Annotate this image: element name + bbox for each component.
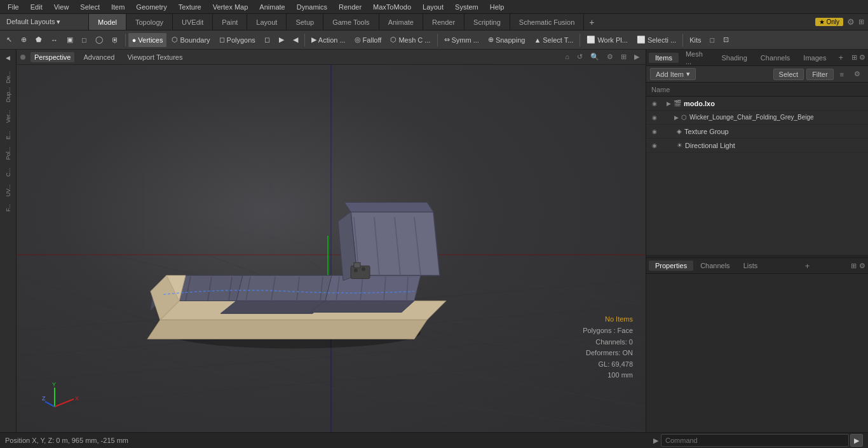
menu-item[interactable]: Item [106, 2, 130, 12]
bottom-panel-settings[interactable]: ⚙ [859, 262, 865, 270]
layout-tab-schematic[interactable]: Schematic Fusion [510, 14, 584, 30]
menu-edit[interactable]: Edit [25, 2, 48, 12]
vp-settings-btn[interactable]: ⚙ [604, 52, 616, 62]
tool-item3[interactable]: ◀ [289, 33, 302, 47]
viewport-tab-perspective[interactable]: Perspective [31, 52, 74, 62]
tool-fullscreen[interactable]: ⊡ [719, 33, 733, 47]
menu-system[interactable]: System [450, 2, 484, 12]
panel-tab-images[interactable]: Images [797, 53, 832, 63]
item-expand-root[interactable]: ▶ [667, 100, 671, 107]
menu-dynamics[interactable]: Dynamics [292, 2, 332, 12]
tool-mesh[interactable]: ⬡ Mesh C ... [386, 33, 434, 47]
panel-expand-icon[interactable]: ⊞ [851, 53, 857, 62]
item-vis-texgrp[interactable]: ◉ [650, 127, 659, 136]
item-expand-mesh[interactable]: ▶ [674, 114, 679, 121]
items-settings-btn[interactable]: ⚙ [850, 69, 864, 79]
tool-action[interactable]: ▶ Action ... [308, 33, 349, 47]
tool-shield[interactable]: ⛨ [108, 33, 123, 47]
panel-tab-add[interactable]: + [833, 51, 848, 64]
layout-tab-gametools[interactable]: Game Tools [323, 14, 379, 30]
tool-arrow[interactable]: ↖ [3, 33, 16, 47]
tool-select[interactable]: ↔ [47, 33, 62, 47]
item-vis-light[interactable]: ◉ [650, 141, 659, 150]
viewport-tab-textures[interactable]: Viewport Textures [123, 52, 186, 62]
menu-file[interactable]: File [3, 2, 24, 12]
menu-vertex-map[interactable]: Vertex Map [208, 2, 254, 12]
menu-select[interactable]: Select [75, 2, 105, 12]
items-select-button[interactable]: Select [773, 69, 804, 80]
tool-circle[interactable]: ◯ [92, 33, 107, 47]
tool-polygons[interactable]: ◻ Polygons [215, 33, 259, 47]
tool-rect[interactable]: ▣ [63, 33, 77, 47]
item-row-light[interactable]: ◉ ☀ Directional Light [646, 139, 868, 153]
viewport[interactable]: Perspective Advanced Viewport Textures ⌂… [17, 50, 646, 432]
star-badge[interactable]: ★ Only [815, 18, 843, 26]
menu-maxtomodo[interactable]: MaxToModo [368, 2, 416, 12]
layout-expand[interactable]: ⊞ [858, 18, 864, 26]
vp-rotate-btn[interactable]: ↺ [574, 52, 585, 62]
item-row-root[interactable]: ◉ ▶ 🎬 modo.lxo [646, 97, 868, 111]
add-item-button[interactable]: Add Item ▾ [650, 68, 696, 80]
tool-snapping[interactable]: ⊕ Snapping [484, 33, 529, 47]
sep3 [437, 34, 438, 46]
panel-tab-channels[interactable]: Channels [754, 53, 796, 63]
tool-rect2[interactable]: □ [78, 33, 90, 47]
bottom-tab-channels[interactable]: Channels [694, 261, 736, 271]
tool-item2[interactable]: ▶ [275, 33, 288, 47]
tool-boundary[interactable]: ⬡ Boundary [168, 33, 214, 47]
layout-tab-render[interactable]: Render [423, 14, 465, 30]
tool-symm[interactable]: ⇔ Symm ... [440, 33, 483, 47]
item-row-texgrp[interactable]: ◉ ◈ Texture Group [646, 125, 868, 139]
vp-zoom-btn[interactable]: 🔍 [588, 52, 602, 62]
bottom-tab-properties[interactable]: Properties [649, 261, 693, 271]
tool-monitor[interactable]: □ [706, 33, 718, 47]
tool-globe[interactable]: ⊕ [17, 33, 31, 47]
item-vis-root[interactable]: ◉ [650, 99, 659, 108]
panel-tab-shading[interactable]: Shading [715, 53, 753, 63]
menu-layout[interactable]: Layout [417, 2, 449, 12]
layout-tab-model[interactable]: Model [89, 14, 126, 30]
menu-animate[interactable]: Animate [254, 2, 290, 12]
bottom-tab-lists[interactable]: Lists [737, 261, 764, 271]
layout-tab-topology[interactable]: Topology [126, 14, 173, 30]
item-row-mesh[interactable]: ◉ ▶ ⬡ Wicker_Lounge_Chair_Folding_Grey_B… [646, 111, 868, 125]
vp-expand-btn[interactable]: ⊞ [618, 52, 629, 62]
command-run-button[interactable]: ▶ [850, 434, 863, 447]
tool-workplane[interactable]: ⬜ Work Pl... [583, 33, 631, 47]
viewport-tab-advanced[interactable]: Advanced [79, 52, 118, 62]
vp-arrow-btn[interactable]: ▶ [632, 52, 642, 62]
layout-add-tab[interactable]: + [584, 17, 599, 27]
layout-tab-layout[interactable]: Layout [247, 14, 287, 30]
panel-settings-icon[interactable]: ⚙ [859, 53, 865, 62]
bottom-tab-add[interactable]: + [800, 260, 815, 272]
items-collapse-btn[interactable]: ≡ [836, 69, 848, 79]
tool-vertices[interactable]: ● Vertices [128, 33, 167, 47]
layout-tab-scripting[interactable]: Scripting [465, 14, 510, 30]
tool-falloff[interactable]: ◎ Falloff [351, 33, 386, 47]
tool-kits[interactable]: Kits [686, 33, 705, 47]
menu-view[interactable]: View [49, 2, 74, 12]
panel-tab-mesh[interactable]: Mesh ... [679, 49, 715, 67]
item-vis-mesh[interactable]: ◉ [650, 113, 659, 122]
layout-settings[interactable]: ⚙ [847, 17, 855, 27]
menu-help[interactable]: Help [485, 2, 510, 12]
tool-item[interactable]: ◻ [261, 33, 274, 47]
menu-geometry[interactable]: Geometry [131, 2, 172, 12]
menu-render[interactable]: Render [334, 2, 367, 12]
layout-tab-paint[interactable]: Paint [213, 14, 247, 30]
tool-lasso[interactable]: ⬟ [32, 33, 46, 47]
layout-tab-setup[interactable]: Setup [287, 14, 323, 30]
vp-home-btn[interactable]: ⌂ [562, 52, 572, 62]
menu-texture[interactable]: Texture [173, 2, 207, 12]
panel-tab-items[interactable]: Items [649, 53, 679, 63]
tool-selecti[interactable]: ⬜ Selecti ... [633, 33, 680, 47]
layout-tab-animate[interactable]: Animate [379, 14, 423, 30]
layout-tab-uvedit[interactable]: UVEdit [173, 14, 213, 30]
bottom-panel-expand[interactable]: ⊞ [851, 262, 857, 270]
command-input[interactable] [661, 434, 849, 447]
items-filter-button[interactable]: Filter [806, 69, 833, 80]
layout-dropdown[interactable]: Default Layouts ▾ [0, 14, 89, 30]
tool-select-t[interactable]: ▲ Select T... [530, 33, 577, 47]
sidebar-tools-toggle[interactable]: ◀ [1, 52, 15, 64]
scene-canvas[interactable]: No Items Polygons : Face Channels: 0 Def… [17, 65, 646, 432]
